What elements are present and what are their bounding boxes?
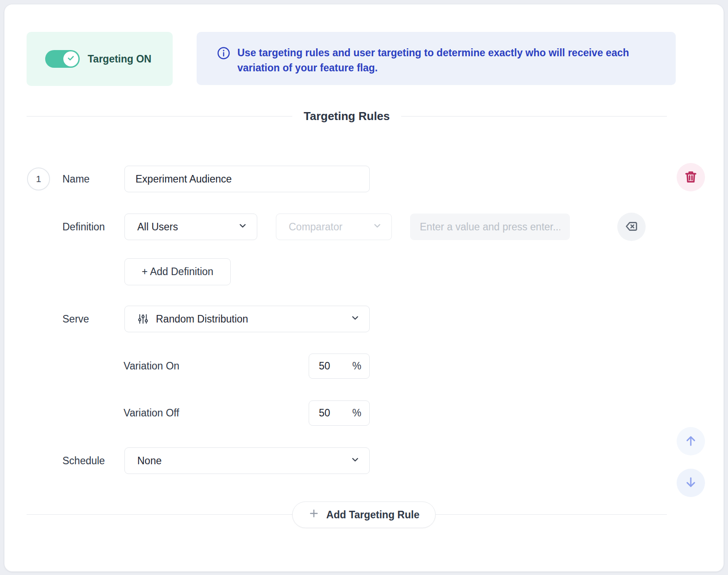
audience-select-value: All Users xyxy=(137,221,178,233)
clear-value-button[interactable] xyxy=(617,213,646,241)
backspace-icon xyxy=(624,219,639,235)
variation-on-label: Variation On xyxy=(124,360,309,372)
move-rule-down-button[interactable] xyxy=(677,469,705,497)
variation-on-field: % xyxy=(309,354,370,379)
check-icon xyxy=(66,54,75,64)
chevron-down-icon xyxy=(351,314,360,324)
rule-name-input[interactable] xyxy=(124,166,370,192)
serve-select[interactable]: Random Distribution xyxy=(124,306,370,332)
audience-select[interactable]: All Users xyxy=(124,214,257,240)
comparator-select-placeholder: Comparator xyxy=(289,221,342,233)
variation-off-input[interactable] xyxy=(319,407,345,419)
comparator-select[interactable]: Comparator xyxy=(276,214,392,240)
schedule-label: Schedule xyxy=(62,455,124,467)
serve-select-value: Random Distribution xyxy=(156,313,248,325)
top-row: Targeting ON Use targeting rules and use… xyxy=(4,4,724,86)
name-label: Name xyxy=(62,173,124,185)
trash-icon xyxy=(684,170,698,185)
section-header: Targeting Rules xyxy=(27,109,667,123)
definition-label: Definition xyxy=(62,221,124,233)
rule-number-badge: 1 xyxy=(27,167,50,190)
chevron-down-icon xyxy=(373,221,382,232)
targeting-card: Targeting ON Use targeting rules and use… xyxy=(4,4,724,571)
percent-unit: % xyxy=(352,360,361,372)
serve-label: Serve xyxy=(62,313,124,325)
add-definition-button[interactable]: + Add Definition xyxy=(124,258,231,285)
serve-row: Serve Random Distribution xyxy=(4,306,724,332)
sliders-icon xyxy=(137,313,149,325)
definition-row: Definition All Users Comparator xyxy=(4,213,724,241)
footer: Add Targeting Rule xyxy=(4,501,724,528)
toggle-knob xyxy=(63,51,78,66)
chevron-down-icon xyxy=(351,455,360,466)
schedule-row: Schedule None xyxy=(4,447,724,474)
variation-off-field: % xyxy=(309,400,370,426)
chevron-down-icon xyxy=(238,221,247,232)
name-row: 1 Name xyxy=(4,166,724,192)
targeting-toggle-box: Targeting ON xyxy=(27,32,173,86)
arrow-up-icon xyxy=(684,434,697,449)
delete-rule-button[interactable] xyxy=(677,163,705,191)
percent-unit: % xyxy=(352,407,361,419)
info-icon xyxy=(217,47,230,85)
divider-right xyxy=(401,116,667,117)
targeting-toggle[interactable] xyxy=(45,50,80,68)
schedule-select[interactable]: None xyxy=(124,447,370,474)
variation-off-label: Variation Off xyxy=(124,407,309,419)
variation-on-row: Variation On % xyxy=(4,354,724,379)
schedule-select-value: None xyxy=(137,455,162,467)
info-banner-text: Use targeting rules and user targeting t… xyxy=(237,45,658,85)
divider-left xyxy=(27,116,292,117)
add-targeting-rule-label: Add Targeting Rule xyxy=(326,509,419,521)
plus-icon xyxy=(309,508,319,521)
targeting-toggle-label: Targeting ON xyxy=(88,53,151,65)
info-banner: Use targeting rules and user targeting t… xyxy=(197,32,676,85)
add-targeting-rule-button[interactable]: Add Targeting Rule xyxy=(292,501,436,528)
variation-on-input[interactable] xyxy=(319,360,345,372)
section-title: Targeting Rules xyxy=(304,109,390,123)
variation-off-row: Variation Off % xyxy=(4,400,724,426)
move-rule-up-button[interactable] xyxy=(677,427,705,455)
arrow-down-icon xyxy=(684,476,697,490)
definition-value-input[interactable] xyxy=(410,214,570,240)
